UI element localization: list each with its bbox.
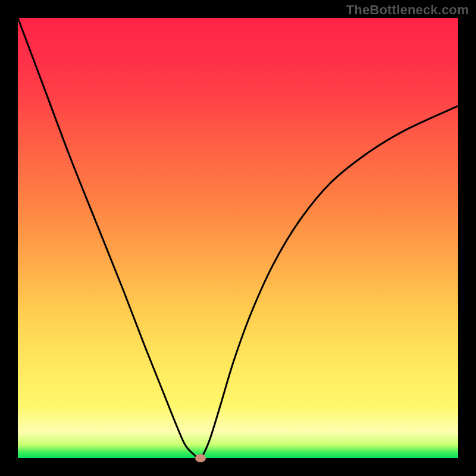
attribution-text: TheBottleneck.com [346, 2, 469, 18]
plot-area [18, 18, 458, 458]
chart-container: TheBottleneck.com [0, 0, 476, 476]
optimal-point-marker [195, 454, 206, 462]
bottleneck-curve [18, 18, 458, 458]
